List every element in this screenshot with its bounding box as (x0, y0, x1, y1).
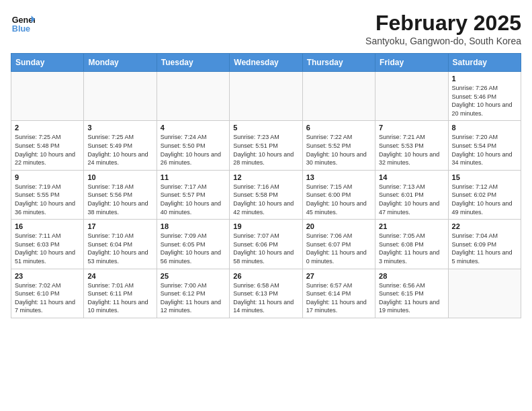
day-header-friday: Friday (375, 54, 448, 72)
day-number: 1 (452, 75, 517, 83)
calendar-cell (302, 72, 375, 121)
calendar-cell: 9Sunrise: 7:19 AM Sunset: 5:55 PM Daylig… (11, 170, 84, 219)
day-number: 23 (15, 272, 80, 280)
day-number: 10 (87, 173, 152, 181)
calendar-cell (375, 72, 448, 121)
day-info: Sunrise: 7:00 AM Sunset: 6:12 PM Dayligh… (161, 281, 226, 315)
day-info: Sunrise: 7:23 AM Sunset: 5:51 PM Dayligh… (233, 133, 298, 167)
day-number: 18 (161, 222, 226, 230)
day-info: Sunrise: 7:09 AM Sunset: 6:05 PM Dayligh… (161, 232, 226, 265)
calendar-cell (230, 72, 302, 121)
calendar-cell: 13Sunrise: 7:15 AM Sunset: 6:00 PM Dayli… (302, 170, 375, 219)
day-number: 25 (161, 272, 226, 280)
day-number: 14 (379, 173, 444, 181)
calendar-cell: 19Sunrise: 7:07 AM Sunset: 6:06 PM Dayli… (230, 220, 302, 269)
calendar-cell (157, 72, 229, 121)
calendar-cell: 21Sunrise: 7:05 AM Sunset: 6:08 PM Dayli… (375, 220, 448, 269)
calendar-header: General Blue February 2025 Santyoku, Gan… (11, 11, 521, 46)
day-number: 16 (15, 222, 80, 230)
calendar-cell: 23Sunrise: 7:02 AM Sunset: 6:10 PM Dayli… (11, 269, 84, 318)
calendar-cell: 11Sunrise: 7:17 AM Sunset: 5:57 PM Dayli… (157, 170, 229, 219)
day-info: Sunrise: 7:19 AM Sunset: 5:55 PM Dayligh… (15, 183, 80, 216)
day-info: Sunrise: 6:58 AM Sunset: 6:13 PM Dayligh… (233, 281, 298, 315)
calendar-cell: 20Sunrise: 7:06 AM Sunset: 6:07 PM Dayli… (302, 220, 375, 269)
day-number: 27 (306, 272, 371, 280)
day-header-thursday: Thursday (302, 54, 375, 72)
day-info: Sunrise: 7:13 AM Sunset: 6:01 PM Dayligh… (379, 183, 444, 216)
day-number: 7 (379, 124, 444, 132)
calendar-cell (448, 269, 521, 318)
svg-text:Blue: Blue (12, 24, 30, 34)
day-info: Sunrise: 7:16 AM Sunset: 5:58 PM Dayligh… (233, 183, 298, 216)
day-header-sunday: Sunday (11, 54, 84, 72)
calendar-cell (11, 72, 84, 121)
day-number: 13 (306, 173, 371, 181)
day-number: 12 (233, 173, 298, 181)
day-info: Sunrise: 7:01 AM Sunset: 6:11 PM Dayligh… (87, 281, 152, 315)
day-info: Sunrise: 7:18 AM Sunset: 5:56 PM Dayligh… (87, 183, 152, 216)
day-header-tuesday: Tuesday (157, 54, 229, 72)
calendar-cell: 24Sunrise: 7:01 AM Sunset: 6:11 PM Dayli… (84, 269, 157, 318)
week-row-4: 16Sunrise: 7:11 AM Sunset: 6:03 PM Dayli… (11, 220, 521, 269)
week-row-5: 23Sunrise: 7:02 AM Sunset: 6:10 PM Dayli… (11, 269, 521, 318)
calendar-cell: 14Sunrise: 7:13 AM Sunset: 6:01 PM Dayli… (375, 170, 448, 219)
day-number: 20 (306, 222, 371, 230)
day-info: Sunrise: 7:07 AM Sunset: 6:06 PM Dayligh… (233, 232, 298, 265)
calendar-cell: 8Sunrise: 7:20 AM Sunset: 5:54 PM Daylig… (448, 121, 521, 170)
day-info: Sunrise: 7:20 AM Sunset: 5:54 PM Dayligh… (452, 133, 517, 167)
day-number: 22 (452, 222, 517, 230)
calendar-cell: 17Sunrise: 7:10 AM Sunset: 6:04 PM Dayli… (84, 220, 157, 269)
calendar-cell: 2Sunrise: 7:25 AM Sunset: 5:48 PM Daylig… (11, 121, 84, 170)
day-number: 24 (87, 272, 152, 280)
calendar-cell: 3Sunrise: 7:25 AM Sunset: 5:49 PM Daylig… (84, 121, 157, 170)
day-info: Sunrise: 6:56 AM Sunset: 6:15 PM Dayligh… (379, 281, 444, 315)
day-info: Sunrise: 7:12 AM Sunset: 6:02 PM Dayligh… (452, 183, 517, 216)
calendar-title: February 2025 (365, 11, 521, 36)
day-number: 3 (87, 124, 152, 132)
calendar-cell: 22Sunrise: 7:04 AM Sunset: 6:09 PM Dayli… (448, 220, 521, 269)
calendar-cell: 26Sunrise: 6:58 AM Sunset: 6:13 PM Dayli… (230, 269, 302, 318)
calendar-cell: 27Sunrise: 6:57 AM Sunset: 6:14 PM Dayli… (302, 269, 375, 318)
calendar-cell: 6Sunrise: 7:22 AM Sunset: 5:52 PM Daylig… (302, 121, 375, 170)
week-row-3: 9Sunrise: 7:19 AM Sunset: 5:55 PM Daylig… (11, 170, 521, 219)
day-number: 19 (233, 222, 298, 230)
day-info: Sunrise: 7:24 AM Sunset: 5:50 PM Dayligh… (161, 133, 226, 167)
day-header-saturday: Saturday (448, 54, 521, 72)
day-number: 17 (87, 222, 152, 230)
week-row-1: 1Sunrise: 7:26 AM Sunset: 5:46 PM Daylig… (11, 72, 521, 121)
day-number: 2 (15, 124, 80, 132)
day-info: Sunrise: 7:02 AM Sunset: 6:10 PM Dayligh… (15, 281, 80, 315)
day-header-monday: Monday (84, 54, 157, 72)
logo: General Blue (11, 11, 38, 35)
day-number: 6 (306, 124, 371, 132)
day-number: 11 (161, 173, 226, 181)
logo-icon: General Blue (11, 11, 35, 35)
day-info: Sunrise: 7:11 AM Sunset: 6:03 PM Dayligh… (15, 232, 80, 265)
calendar-table: SundayMondayTuesdayWednesdayThursdayFrid… (11, 53, 521, 318)
calendar-cell: 15Sunrise: 7:12 AM Sunset: 6:02 PM Dayli… (448, 170, 521, 219)
calendar-cell: 5Sunrise: 7:23 AM Sunset: 5:51 PM Daylig… (230, 121, 302, 170)
day-info: Sunrise: 7:04 AM Sunset: 6:09 PM Dayligh… (452, 232, 517, 265)
day-number: 28 (379, 272, 444, 280)
week-row-2: 2Sunrise: 7:25 AM Sunset: 5:48 PM Daylig… (11, 121, 521, 170)
calendar-cell: 10Sunrise: 7:18 AM Sunset: 5:56 PM Dayli… (84, 170, 157, 219)
day-number: 8 (452, 124, 517, 132)
day-info: Sunrise: 7:06 AM Sunset: 6:07 PM Dayligh… (306, 232, 371, 265)
day-info: Sunrise: 7:21 AM Sunset: 5:53 PM Dayligh… (379, 133, 444, 167)
day-info: Sunrise: 6:57 AM Sunset: 6:14 PM Dayligh… (306, 281, 371, 315)
calendar-cell (84, 72, 157, 121)
day-number: 21 (379, 222, 444, 230)
calendar-cell: 4Sunrise: 7:24 AM Sunset: 5:50 PM Daylig… (157, 121, 229, 170)
day-info: Sunrise: 7:17 AM Sunset: 5:57 PM Dayligh… (161, 183, 226, 216)
day-info: Sunrise: 7:26 AM Sunset: 5:46 PM Dayligh… (452, 84, 517, 118)
calendar-cell: 28Sunrise: 6:56 AM Sunset: 6:15 PM Dayli… (375, 269, 448, 318)
day-info: Sunrise: 7:15 AM Sunset: 6:00 PM Dayligh… (306, 183, 371, 216)
day-info: Sunrise: 7:10 AM Sunset: 6:04 PM Dayligh… (87, 232, 152, 265)
calendar-cell: 1Sunrise: 7:26 AM Sunset: 5:46 PM Daylig… (448, 72, 521, 121)
day-number: 15 (452, 173, 517, 181)
calendar-cell: 18Sunrise: 7:09 AM Sunset: 6:05 PM Dayli… (157, 220, 229, 269)
calendar-subtitle: Santyoku, Gangwon-do, South Korea (365, 36, 521, 46)
day-number: 26 (233, 272, 298, 280)
days-header-row: SundayMondayTuesdayWednesdayThursdayFrid… (11, 54, 521, 72)
day-info: Sunrise: 7:22 AM Sunset: 5:52 PM Dayligh… (306, 133, 371, 167)
